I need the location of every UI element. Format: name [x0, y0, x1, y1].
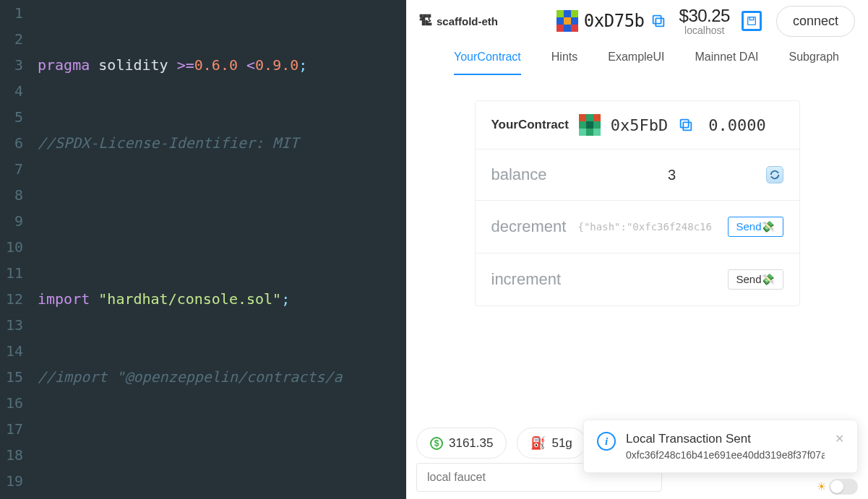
svg-rect-6: [656, 18, 663, 26]
dollar-icon: $: [430, 437, 443, 450]
price-pill[interactable]: $ 3161.35: [416, 428, 507, 459]
card-balance: 0.0000: [708, 116, 765, 134]
wallet-save-icon[interactable]: [742, 11, 762, 31]
copy-icon[interactable]: [678, 117, 694, 133]
svg-rect-12: [593, 114, 601, 121]
row-balance: balance 3: [476, 149, 799, 201]
close-icon[interactable]: ✕: [835, 432, 844, 446]
wallet-display[interactable]: 0xD75b: [557, 10, 666, 32]
connect-button[interactable]: connect: [776, 6, 855, 37]
balance-value: 3: [578, 167, 766, 183]
price-column: $30.25 localhost: [679, 6, 730, 36]
crane-icon: 🏗: [419, 14, 432, 29]
contract-card: YourContract 0x5FbD 0.0000 balance 3 dec…: [475, 100, 800, 306]
send-increment-button[interactable]: Send💸: [728, 269, 783, 290]
gas-pump-icon: ⛽: [530, 435, 546, 451]
card-title: YourContract: [491, 118, 569, 132]
topbar: 🏗 scaffold-eth 0xD75b $30.25 localhost: [406, 0, 868, 42]
svg-rect-2: [571, 10, 578, 17]
tab-hints[interactable]: Hints: [551, 51, 577, 75]
eth-price: 3161.35: [449, 436, 493, 451]
svg-rect-4: [557, 25, 564, 32]
tab-yourcontract[interactable]: YourContract: [454, 51, 521, 75]
card-header: YourContract 0x5FbD 0.0000: [476, 101, 799, 149]
gas-amount: 51g: [551, 436, 572, 451]
svg-rect-16: [684, 122, 692, 130]
row-label: decrement: [491, 217, 578, 236]
network-label: localhost: [684, 25, 724, 36]
svg-rect-7: [653, 16, 661, 24]
line-gutter: 12345678910111213141516171819: [0, 0, 29, 499]
tabs: YourContract Hints ExampleUI Mainnet DAI…: [406, 42, 868, 76]
blockie-icon: [557, 10, 578, 32]
send-decrement-button[interactable]: Send💸: [728, 217, 783, 237]
row-label: increment: [491, 270, 578, 289]
wallet-balance: $30.25: [679, 6, 730, 26]
toast-title: Local Transaction Sent: [626, 432, 825, 446]
tab-mainnetdai[interactable]: Mainnet DAI: [695, 51, 759, 75]
tab-subgraph[interactable]: Subgraph: [789, 51, 839, 75]
code-line: pragma solidity >=0.6.0 <0.9.0;: [29, 52, 406, 78]
sun-icon: ☀: [817, 480, 826, 493]
svg-rect-1: [557, 10, 564, 17]
theme-toggle[interactable]: ☀: [817, 479, 858, 495]
row-label: balance: [491, 165, 578, 184]
row-decrement: decrement {"hash":"0xfc36f248c16 Send💸: [476, 201, 799, 253]
svg-rect-11: [579, 114, 586, 121]
code-editor[interactable]: 12345678910111213141516171819 pragma sol…: [0, 0, 406, 499]
copy-icon[interactable]: [650, 13, 666, 29]
card-address: 0x5FbD: [611, 116, 668, 134]
brand: 🏗 scaffold-eth: [419, 14, 498, 29]
toast-hash: 0xfc36f248c16b41e691ee40dd319e8f37f07a: [626, 449, 825, 461]
brand-label: scaffold-eth: [437, 15, 498, 27]
info-icon: i: [597, 432, 616, 451]
svg-rect-3: [564, 17, 571, 25]
switch[interactable]: [829, 479, 858, 495]
refresh-icon[interactable]: [766, 166, 783, 183]
scaffold-ui: 🏗 scaffold-eth 0xD75b $30.25 localhost: [406, 0, 868, 499]
toast-notification: i Local Transaction Sent 0xfc36f248c16b4…: [583, 420, 858, 473]
tx-hash-preview: {"hash":"0xfc36f248c16: [578, 221, 729, 233]
svg-rect-13: [586, 121, 593, 129]
row-increment: increment Send💸: [476, 253, 799, 305]
svg-rect-15: [593, 129, 601, 136]
code-line: import "hardhat/console.sol";: [29, 286, 406, 312]
code-line: //SPDX-License-Identifier: MIT: [29, 130, 406, 156]
svg-rect-5: [571, 25, 578, 32]
svg-rect-8: [748, 17, 756, 25]
code-line: //import "@openzeppelin/contracts/a: [29, 364, 406, 390]
svg-rect-17: [681, 120, 689, 128]
gas-pill[interactable]: ⛽ 51g: [517, 428, 585, 459]
svg-rect-9: [749, 17, 753, 20]
blockie-icon: [579, 114, 601, 136]
wallet-address: 0xD75b: [584, 11, 645, 31]
bottom-pills: $ 3161.35 ⛽ 51g: [416, 428, 586, 459]
svg-rect-14: [579, 129, 586, 136]
code-content[interactable]: pragma solidity >=0.6.0 <0.9.0; //SPDX-L…: [29, 0, 406, 499]
tab-exampleui[interactable]: ExampleUI: [608, 51, 664, 75]
